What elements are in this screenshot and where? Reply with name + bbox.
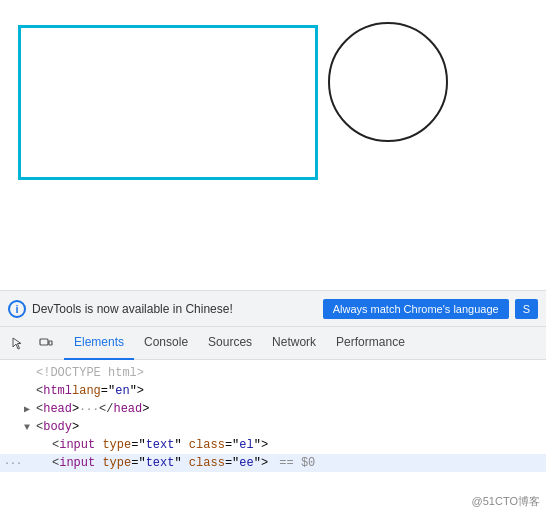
tab-sources[interactable]: Sources bbox=[198, 326, 262, 360]
source-area: <!DOCTYPE html> <html lang="en"> ▶ <head… bbox=[0, 360, 546, 501]
doctype: <!DOCTYPE html> bbox=[36, 366, 144, 380]
tab-elements[interactable]: Elements bbox=[64, 326, 134, 360]
watermark: @51CTO博客 bbox=[472, 494, 540, 509]
circle-shape bbox=[328, 22, 448, 142]
tab-performance[interactable]: Performance bbox=[326, 326, 415, 360]
dismiss-button[interactable]: S bbox=[515, 299, 538, 319]
code-line-6: ··· <input type="text" class="ee"> == $0 bbox=[0, 454, 546, 472]
svg-rect-0 bbox=[40, 339, 48, 345]
match-language-button[interactable]: Always match Chrome's language bbox=[323, 299, 509, 319]
tab-icons-group bbox=[0, 331, 64, 355]
devtools-tabs: Elements Console Sources Network Perform… bbox=[0, 326, 546, 360]
device-icon[interactable] bbox=[34, 331, 58, 355]
code-line-4: ▼ <body> bbox=[0, 418, 546, 436]
tab-network[interactable]: Network bbox=[262, 326, 326, 360]
blue-rectangle bbox=[18, 25, 318, 180]
code-line-3: ▶ <head> ··· </head> bbox=[0, 400, 546, 418]
code-line-1: <!DOCTYPE html> bbox=[0, 364, 546, 382]
notification-bar: i DevTools is now available in Chinese! … bbox=[0, 290, 546, 326]
code-line-5: <input type="text" class="el"> bbox=[0, 436, 546, 454]
svg-rect-1 bbox=[49, 341, 52, 345]
canvas-area bbox=[0, 0, 546, 290]
notification-text: DevTools is now available in Chinese! bbox=[32, 302, 317, 316]
cursor-icon[interactable] bbox=[6, 331, 30, 355]
info-icon: i bbox=[8, 300, 26, 318]
tab-console[interactable]: Console bbox=[134, 326, 198, 360]
code-line-2: <html lang="en"> bbox=[0, 382, 546, 400]
